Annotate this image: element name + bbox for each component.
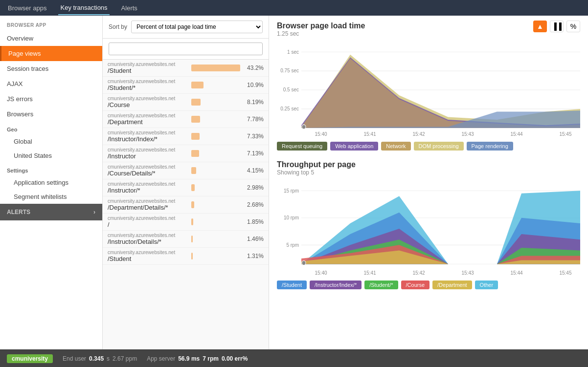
page-item-domain: cmuniversity.azurewebsites.net xyxy=(108,130,191,135)
search-input[interactable] xyxy=(109,43,263,55)
search-bar xyxy=(103,39,269,60)
sidebar-item-overview[interactable]: Overview xyxy=(0,31,102,46)
throughput-legend-item[interactable]: /Student xyxy=(277,281,307,289)
page-item-pct: 7.78% xyxy=(244,116,264,123)
sidebar-alerts[interactable]: ALERTS › xyxy=(0,204,102,220)
page-item-bar xyxy=(191,82,204,88)
svg-text:15:40: 15:40 xyxy=(315,270,327,276)
page-item-domain: cmuniversity.azurewebsites.net xyxy=(108,216,191,221)
sidebar-item-browsers[interactable]: Browsers xyxy=(0,107,102,122)
throughput-legend-item[interactable]: /Course xyxy=(401,281,430,289)
svg-text:15:44: 15:44 xyxy=(510,270,522,276)
page-item-bar xyxy=(191,253,193,259)
page-item-bar-container xyxy=(191,116,240,123)
page-item-info: cmuniversity.azurewebsites.net /Instruct… xyxy=(108,130,191,143)
nav-browser-apps[interactable]: Browser apps xyxy=(6,1,48,15)
svg-point-39 xyxy=(302,261,306,265)
browser-chart-area: 1 sec 0.75 sec 0.5 sec 0.25 sec 15: xyxy=(277,41,580,139)
sidebar-item-united-states[interactable]: United States xyxy=(0,149,102,163)
page-list: cmuniversity.azurewebsites.net /Student … xyxy=(103,60,269,349)
page-item-bar xyxy=(191,167,196,174)
app-server-section: App server 56.9 ms 7 rpm 0.00 err% xyxy=(147,355,248,362)
throughput-legend-item[interactable]: Other xyxy=(475,281,498,289)
page-list-item[interactable]: cmuniversity.azurewebsites.net /Instruct… xyxy=(103,128,269,145)
chart-btn-area[interactable]: ▲ xyxy=(533,21,547,32)
page-item-info: cmuniversity.azurewebsites.net /Instruct… xyxy=(108,181,191,194)
page-list-item[interactable]: cmuniversity.azurewebsites.net /Student … xyxy=(103,248,269,265)
page-item-info: cmuniversity.azurewebsites.net /Course xyxy=(108,96,191,108)
sort-label: Sort by xyxy=(109,23,127,30)
page-list-item[interactable]: cmuniversity.azurewebsites.net /Instruct… xyxy=(103,179,269,196)
page-list-item[interactable]: cmuniversity.azurewebsites.net /Course 8… xyxy=(103,94,269,111)
throughput-legend-item[interactable]: /Department xyxy=(432,281,472,289)
page-item-domain: cmuniversity.azurewebsites.net xyxy=(108,147,191,152)
page-item-pct: 7.13% xyxy=(244,150,264,157)
page-list-item[interactable]: cmuniversity.azurewebsites.net /Departme… xyxy=(103,111,269,128)
browser-legend-item[interactable]: Network xyxy=(381,142,410,151)
page-item-domain: cmuniversity.azurewebsites.net xyxy=(108,233,191,238)
page-item-path: / xyxy=(108,221,191,228)
page-item-info: cmuniversity.azurewebsites.net /Student/… xyxy=(108,79,191,91)
page-item-bar xyxy=(191,218,193,225)
throughput-chart-section: Throughput per page Showing top 5 15 rpm… xyxy=(277,160,580,289)
throughput-legend-item[interactable]: /Instructor/Index/* xyxy=(310,281,362,289)
svg-text:15:45: 15:45 xyxy=(559,270,571,276)
page-item-domain: cmuniversity.azurewebsites.net xyxy=(108,96,191,101)
page-item-bar xyxy=(191,65,240,71)
sort-select[interactable]: Percent of total page load time Average … xyxy=(131,21,263,33)
page-list-item[interactable]: cmuniversity.azurewebsites.net / 1.85% xyxy=(103,214,269,231)
page-list-item[interactable]: cmuniversity.azurewebsites.net /Instruct… xyxy=(103,145,269,162)
page-item-bar-container xyxy=(191,218,240,225)
page-item-bar xyxy=(191,236,193,242)
svg-text:0.25 sec: 0.25 sec xyxy=(280,106,299,112)
chart-btn-bar[interactable]: ▐▐ xyxy=(550,21,564,32)
alerts-label: ALERTS xyxy=(7,209,30,216)
page-item-pct: 43.2% xyxy=(244,65,264,71)
page-item-info: cmuniversity.azurewebsites.net /Student xyxy=(108,250,191,262)
browser-legend-item[interactable]: Page rendering xyxy=(467,142,513,151)
nav-key-transactions[interactable]: Key transactions xyxy=(58,1,109,15)
throughput-legend-item[interactable]: /Student/* xyxy=(364,281,398,289)
page-list-item[interactable]: cmuniversity.azurewebsites.net /Course/D… xyxy=(103,162,269,179)
browser-chart-subtitle: 1.25 sec xyxy=(277,30,365,37)
throughput-chart-area: 15 rpm 10 rpm 5 rpm xyxy=(277,180,580,278)
page-item-path: /Department/Details/* xyxy=(108,204,191,211)
page-item-domain: cmuniversity.azurewebsites.net xyxy=(108,198,191,204)
sidebar-item-segment-whitelists[interactable]: Segment whitelists xyxy=(0,190,102,204)
page-list-item[interactable]: cmuniversity.azurewebsites.net /Student/… xyxy=(103,77,269,94)
page-item-bar-container xyxy=(191,150,240,157)
sidebar-item-page-views[interactable]: Page views xyxy=(0,46,102,61)
nav-alerts[interactable]: Alerts xyxy=(119,1,139,15)
sidebar-item-global[interactable]: Global xyxy=(0,134,102,149)
page-item-path: /Student xyxy=(108,255,191,262)
status-brand[interactable]: cmuniversity xyxy=(7,354,53,363)
sidebar-item-ajax[interactable]: AJAX xyxy=(0,76,102,91)
chart-toolbar: ▲ ▐▐ % xyxy=(533,21,580,32)
page-item-pct: 1.46% xyxy=(244,236,264,242)
page-list-item[interactable]: cmuniversity.azurewebsites.net /Instruct… xyxy=(103,231,269,248)
app-server-label: App server xyxy=(147,355,175,362)
page-item-pct: 2.68% xyxy=(244,201,264,208)
sidebar-item-js-errors[interactable]: JS errors xyxy=(0,91,102,107)
browser-legend-item[interactable]: Request queuing xyxy=(277,142,327,151)
page-item-path: /Instructor xyxy=(108,152,191,160)
chart-btn-pct[interactable]: % xyxy=(566,21,580,32)
browser-legend-item[interactable]: Web application xyxy=(330,142,378,151)
page-item-pct: 4.15% xyxy=(244,167,264,174)
page-item-bar-container xyxy=(191,99,240,106)
sort-bar: Sort by Percent of total page load time … xyxy=(103,16,269,39)
page-list-item[interactable]: cmuniversity.azurewebsites.net /Student … xyxy=(103,60,269,77)
page-item-bar-container xyxy=(191,133,240,140)
main-layout: BROWSER APP Overview Page views Session … xyxy=(0,16,588,349)
svg-text:15:41: 15:41 xyxy=(363,131,376,137)
page-item-info: cmuniversity.azurewebsites.net /Departme… xyxy=(108,113,191,126)
sidebar-item-session-traces[interactable]: Session traces xyxy=(0,61,102,76)
page-item-domain: cmuniversity.azurewebsites.net xyxy=(108,79,191,84)
charts-panel: Browser page load time 1.25 sec ▲ ▐▐ % xyxy=(269,16,588,349)
browser-load-chart-section: Browser page load time 1.25 sec ▲ ▐▐ % xyxy=(277,22,580,151)
page-list-item[interactable]: cmuniversity.azurewebsites.net /Departme… xyxy=(103,196,269,214)
app-server-rpm: 7 rpm xyxy=(203,355,219,362)
sidebar-item-app-settings[interactable]: Application settings xyxy=(0,175,102,190)
browser-legend-item[interactable]: DOM processing xyxy=(414,142,464,151)
end-user-label: End user xyxy=(63,355,86,362)
